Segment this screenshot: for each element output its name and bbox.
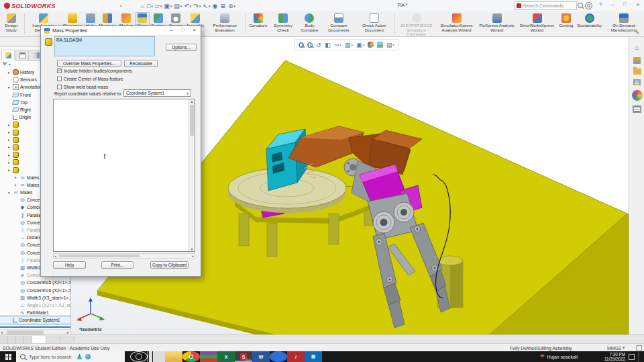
tree-item[interactable]: ∿ PathMate1 [0, 309, 71, 316]
windows-taskbar: Type here to search [0, 351, 644, 362]
tree-item[interactable]: ◎ Concentric6 (X2<1>,X3_st [0, 286, 71, 293]
scroll-left-icon[interactable]: ◂ [1, 330, 3, 334]
dialog-checkbox[interactable]: Show weld bead mass [57, 85, 108, 89]
copy-to-clipboard-button[interactable]: Copy to Clipboard [150, 261, 189, 269]
ribbon-collapse-icon[interactable]: ∧ [636, 30, 639, 36]
checkbox-icon [57, 85, 62, 89]
expand-icon[interactable]: ▸ [8, 138, 13, 142]
expand-icon[interactable]: ▸ [15, 183, 19, 187]
maximize-button[interactable]: □ [620, 1, 629, 6]
tree-filter[interactable]: ▾ [2, 62, 11, 66]
panel-scrollbar[interactable]: ◂ ▸ [0, 329, 70, 334]
system-tray: ☂Hujan sesekali 7:30 PM11/29/2022 [539, 351, 640, 362]
scroll-up-icon[interactable]: ▲ [189, 99, 195, 103]
scrollbar-thumb[interactable] [190, 105, 194, 136]
component-icon [13, 137, 19, 143]
defined-status: Fully Defined [510, 346, 537, 351]
help-button[interactable]: ? [596, 1, 605, 7]
help-button[interactable]: Help [53, 261, 86, 269]
checkbox-icon [57, 69, 62, 73]
small-table-leg[interactable] [239, 214, 249, 246]
mates-icon: ∞ [13, 189, 19, 195]
clock[interactable]: 7:30 PM11/29/2022 [604, 352, 625, 361]
expand-icon[interactable]: ▾ [8, 191, 13, 195]
options-button[interactable]: Options... [166, 44, 197, 51]
taskbar-apps: X S 2022 W / ▦ [130, 351, 322, 362]
taskbar-search-input[interactable]: Type here to search [16, 351, 125, 362]
show-desktop-button[interactable] [638, 351, 640, 362]
tree-item[interactable]: Coordinate System1 [0, 316, 71, 324]
expand-icon[interactable]: ▸ [8, 161, 13, 165]
scrollbar-thumb[interactable] [59, 255, 140, 257]
tree-item[interactable]: ▥ Width3 (X3_start<1>,X2< [0, 294, 71, 302]
heads-up-view-toolbar: ↺◧∞▾▧▾▣▾▾▾▤▾ [294, 39, 399, 50]
property-tab-icon [19, 52, 25, 58]
scroll-down-icon[interactable]: ▼ [189, 247, 195, 251]
report-vertical-scrollbar[interactable]: ▲ ▼ [189, 99, 195, 251]
expand-icon[interactable]: ▸ [8, 168, 13, 172]
scroll-left-icon[interactable]: ◂ [54, 254, 56, 259]
dialog-checkbox[interactable]: Include hidden bodies/components [57, 69, 132, 73]
history-icon [13, 69, 19, 75]
origin-icon [13, 115, 17, 120]
dialog-title: Mass Properties [52, 28, 87, 34]
featuremanager-tree-tab[interactable] [1, 50, 15, 61]
component-icon [13, 144, 19, 150]
dialog-minimize-button[interactable]: – [166, 27, 176, 33]
panel-splitter[interactable] [0, 326, 70, 328]
action-center-icon[interactable] [629, 354, 635, 360]
plane-icon [12, 93, 19, 97]
expand-icon[interactable]: ▸ [8, 123, 13, 127]
mass-properties-icon [44, 28, 50, 34]
umbrella-icon: ☂ [539, 353, 545, 360]
search-extra-icon [77, 354, 83, 359]
annotations-icon: A [13, 84, 19, 90]
selection-listbox[interactable]: RA.SLDASM [54, 36, 155, 56]
text-cursor: I [103, 152, 106, 160]
close-button[interactable]: × [633, 1, 643, 7]
user-account-icon[interactable] [585, 2, 592, 9]
pin-menu-icon[interactable]: ▪ [120, 3, 121, 8]
dialog-close-button[interactable]: × [189, 27, 199, 33]
minimize-button[interactable]: – [608, 1, 617, 7]
expand-icon[interactable]: ▸ [15, 175, 19, 179]
sensors-icon [13, 77, 19, 83]
weather-widget[interactable]: ☂Hujan sesekali [539, 353, 578, 360]
scroll-right-icon[interactable]: ▸ [67, 330, 69, 334]
concentric-icon: ◎ [19, 287, 25, 293]
search-icon[interactable] [578, 3, 583, 8]
dialog-titlebar[interactable]: Mass Properties – □ × [41, 26, 201, 36]
pathmate-icon: ∿ [19, 310, 25, 316]
override-mass-properties-button[interactable]: Override Mass Properties... [57, 60, 121, 67]
search-commands-input[interactable]: Search Commands [514, 1, 577, 10]
task-pane: ⌂ [629, 37, 644, 334]
parallel-icon: ∥ [19, 212, 25, 218]
small-table-leg[interactable] [267, 223, 277, 257]
units-dropdown-icon[interactable]: ▾ [623, 345, 625, 351]
units-selector[interactable]: MMGS [607, 346, 621, 351]
expand-icon[interactable]: ▸ [8, 153, 13, 157]
search-sw-icon [517, 3, 521, 8]
tree-item[interactable]: ◎ Concentric5 (X2<1>,X3_st [0, 279, 71, 286]
expand-icon[interactable]: ▸ [8, 145, 13, 149]
dialog-maximize-button[interactable]: □ [178, 27, 188, 33]
assembly-part-icon [45, 38, 52, 46]
coincident-icon: ◆ [19, 272, 25, 278]
expand-icon[interactable]: ▸ [8, 85, 13, 89]
report-horizontal-scrollbar[interactable]: ◂ ▸ [53, 253, 195, 259]
expand-icon[interactable]: ▸ [8, 71, 13, 75]
coordinate-system-dropdown[interactable]: Coordinate System1∨ [123, 89, 191, 97]
parallel-icon: ∥ [19, 227, 25, 233]
dialog-checkbox[interactable]: Create Center of Mass feature [57, 77, 123, 81]
propertymanager-tab[interactable] [15, 50, 29, 61]
filter-icon [2, 62, 7, 66]
print-button[interactable]: Print... [101, 261, 133, 269]
small-table-leg[interactable] [329, 214, 339, 244]
tree-item[interactable]: ∠ Angle1 (X2<1>,X3_start<1 [0, 302, 71, 309]
recalculate-button[interactable]: Recalculate [124, 60, 158, 67]
expand-icon[interactable]: ▸ [8, 130, 13, 134]
mass-properties-report[interactable]: ▲ ▼ [53, 99, 195, 252]
start-button[interactable] [0, 351, 16, 362]
scroll-right-icon[interactable]: ▸ [192, 254, 194, 259]
status-tag-icon[interactable] [636, 345, 642, 351]
